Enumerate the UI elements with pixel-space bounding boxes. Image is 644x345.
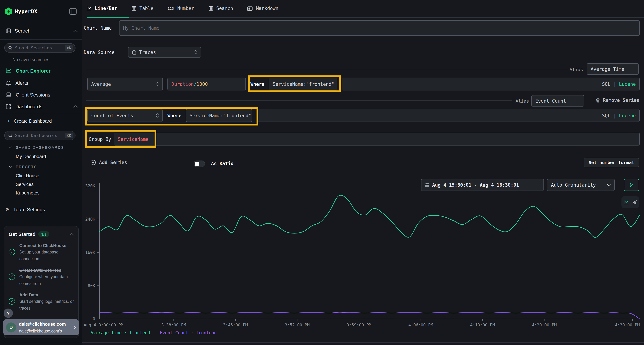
chevron-up-icon[interactable]: [73, 29, 78, 32]
sidebar-item-services[interactable]: Services: [16, 182, 34, 187]
create-dashboard-button[interactable]: + Create Dashboard: [7, 118, 52, 124]
toggle-knob: [195, 161, 199, 166]
as-ratio-label: As Ratio: [211, 161, 234, 166]
chevron-up-icon[interactable]: [70, 233, 74, 235]
legend-item[interactable]: —Average Time · frontend: [86, 330, 150, 335]
run-query-button[interactable]: [624, 179, 639, 191]
chart-legend: —Average Time · frontend—Event Count · f…: [86, 330, 217, 335]
divider: [86, 100, 512, 101]
tab-number[interactable]: 123 Number: [168, 6, 194, 11]
search-icon: [8, 46, 12, 50]
svg-text:160K: 160K: [85, 250, 95, 255]
alias-label: Alias: [516, 98, 529, 104]
svg-text:3:45:00 PM: 3:45:00 PM: [223, 323, 248, 327]
series1-aggregation-select[interactable]: Average: [87, 78, 163, 90]
lucene-mode[interactable]: Lucene: [619, 113, 636, 118]
series2-where-input[interactable]: ServiceName:"frontend": [186, 109, 252, 122]
series2-alias-input[interactable]: Event Count: [531, 95, 584, 106]
user-subtext: dale@clickhouse.com's: [19, 329, 62, 333]
chevron-up-icon[interactable]: [73, 105, 78, 108]
database-icon: [132, 50, 136, 54]
task-create-data-sources[interactable]: ✓ Create Data Sources Configure where yo…: [8, 267, 74, 286]
alias-label: Alias: [570, 67, 583, 72]
line-chart-icon[interactable]: [624, 200, 629, 205]
sidebar-section-search[interactable]: Search: [6, 28, 78, 34]
series2-where-label: Where: [168, 113, 182, 118]
remove-series-button[interactable]: Remove Series: [596, 98, 640, 103]
sidebar-item-chart-explorer[interactable]: Chart Explorer: [6, 68, 78, 74]
chart-name-label: Chart Name: [84, 25, 112, 31]
sql-mode[interactable]: SQL: [602, 81, 610, 87]
chevron-down-icon: [607, 184, 611, 186]
markdown-icon: [248, 6, 253, 10]
horizontal-scrollbar[interactable]: [82, 342, 644, 343]
main-panel: Line/Bar Table 123 Number Search: [82, 0, 644, 345]
hyperdx-logo-icon: [5, 7, 12, 15]
group-by-label: Group By: [89, 137, 111, 142]
user-menu[interactable]: D dale@clickhouse.com dale@clickhouse.co…: [3, 319, 79, 335]
saved-dashboards-input[interactable]: Saved Dashboards ⌘K: [4, 131, 76, 140]
chart-name-input[interactable]: My Chart Name: [119, 20, 640, 36]
sidebar-item-team-settings[interactable]: ⚙ Team Settings: [6, 207, 45, 212]
svg-text:3:59:00 PM: 3:59:00 PM: [346, 323, 371, 327]
brand-name: HyperDX: [15, 8, 38, 14]
sidebar-item-client-sessions[interactable]: Client Sessions: [6, 92, 78, 98]
add-series-button[interactable]: Add Series: [90, 160, 127, 165]
series1-where-input[interactable]: ServiceName:"frontend": [269, 78, 338, 90]
divider: [0, 39, 82, 40]
dashboards-icon: [6, 104, 11, 109]
time-range-input[interactable]: Aug 4 15:30:01 - Aug 4 16:30:01: [421, 179, 544, 191]
check-circle-icon: ✓: [8, 273, 15, 280]
help-button[interactable]: ?: [4, 309, 13, 318]
set-number-format-button[interactable]: Set number format: [584, 158, 639, 167]
tab-line-bar[interactable]: Line/Bar: [86, 6, 117, 11]
avatar: D: [6, 322, 16, 332]
svg-text:80K: 80K: [88, 283, 95, 288]
divider: [84, 41, 644, 41]
group-by-input[interactable]: ServiceName: [114, 133, 640, 145]
active-tab-underline: [86, 17, 129, 18]
search-icon: [8, 133, 12, 138]
hyperdx-app: HyperDX Search Saved Searches ⌘K No save…: [0, 0, 644, 345]
sql-mode[interactable]: SQL: [602, 113, 610, 118]
sidebar-collapse-icon[interactable]: [70, 8, 76, 15]
brand[interactable]: HyperDX: [5, 7, 38, 15]
sidebar-item-kubernetes[interactable]: Kubernetes: [16, 190, 40, 196]
svg-text:4:30:00 PM: 4:30:00 PM: [615, 323, 640, 327]
sidebar: HyperDX Search Saved Searches ⌘K No save…: [0, 0, 82, 345]
granularity-select[interactable]: Auto Granularity: [547, 179, 615, 191]
lucene-mode[interactable]: Lucene: [619, 81, 636, 87]
task-add-data[interactable]: ✓ Add Data Start sending logs, metrics, …: [8, 291, 74, 311]
no-saved-searches-text: No saved searches: [12, 57, 49, 62]
section-saved-dashboards[interactable]: SAVED DASHBOARDS: [8, 145, 64, 149]
svg-text:320K: 320K: [85, 184, 95, 188]
as-ratio-toggle[interactable]: [194, 161, 205, 167]
section-presets[interactable]: PRESETS: [8, 164, 37, 169]
tab-search[interactable]: Search: [208, 6, 233, 11]
divider: [86, 69, 567, 69]
series1-alias-input[interactable]: Average Time: [587, 63, 639, 75]
sidebar-item-my-dashboard[interactable]: My Dashboard: [16, 154, 46, 159]
tab-markdown[interactable]: Markdown: [248, 6, 278, 11]
task-connect-clickhouse[interactable]: ✓ Connect to ClickHouse Set up your data…: [8, 242, 74, 262]
get-started-title: Get Started: [8, 231, 36, 237]
saved-searches-placeholder: Saved Searches: [15, 45, 62, 50]
trash-icon: [596, 98, 600, 103]
bar-chart-icon[interactable]: [632, 200, 637, 205]
svg-text:4:13:00 PM: 4:13:00 PM: [470, 323, 495, 327]
tab-table[interactable]: Table: [132, 6, 153, 11]
chevron-down-icon: [8, 146, 12, 148]
series2-aggregation-select[interactable]: Count of Events: [87, 109, 163, 122]
saved-searches-input[interactable]: Saved Searches ⌘K: [4, 43, 76, 52]
series1-expression-input[interactable]: Duration/1000: [168, 78, 246, 90]
data-source-select[interactable]: Traces: [128, 47, 201, 57]
gear-icon: ⚙: [6, 207, 9, 212]
sidebar-item-dashboards[interactable]: Dashboards: [6, 104, 78, 109]
laptop-icon: [6, 92, 12, 97]
sidebar-item-alerts[interactable]: Alerts: [6, 80, 78, 86]
shortcut-badge: ⌘K: [65, 133, 73, 138]
list-doc-icon: [208, 6, 213, 11]
select-updown-icon: [156, 82, 159, 86]
sidebar-item-clickhouse[interactable]: ClickHouse: [16, 173, 39, 178]
legend-item[interactable]: —Event Count · frontend: [155, 330, 217, 335]
